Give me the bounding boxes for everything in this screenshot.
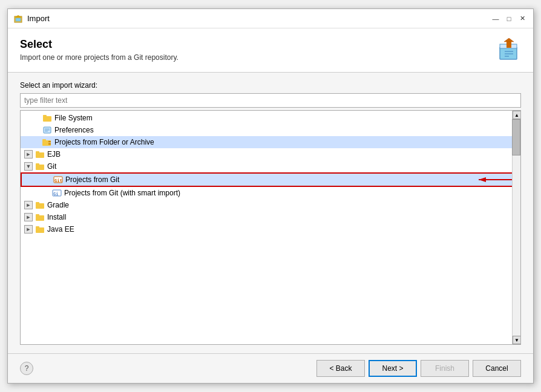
footer-buttons: < Back Next > Finish Cancel xyxy=(316,360,521,377)
maximize-button[interactable]: □ xyxy=(504,14,514,24)
close-button[interactable]: ✕ xyxy=(517,14,527,24)
item-label: Projects from Git (with smart import) xyxy=(64,189,180,197)
svg-rect-34 xyxy=(36,227,44,233)
scroll-up-button[interactable]: ▲ xyxy=(513,111,521,119)
folder-icon xyxy=(42,113,52,123)
item-label: Gradle xyxy=(47,201,69,209)
svg-rect-11 xyxy=(43,115,47,117)
svg-rect-1 xyxy=(16,18,21,21)
svg-rect-30 xyxy=(36,203,44,209)
list-item[interactable]: ▼ Git xyxy=(21,160,520,172)
expand-icon xyxy=(33,126,41,134)
svg-rect-3 xyxy=(500,47,517,59)
expand-icon xyxy=(33,138,41,146)
svg-text:Gi: Gi xyxy=(53,192,58,197)
tree-container: File System Preferences Projects xyxy=(20,110,521,345)
list-item[interactable]: Preferences xyxy=(21,124,520,136)
prefs-icon xyxy=(42,125,52,135)
list-item[interactable]: Gi Projects from Git (with smart import) xyxy=(21,187,520,199)
list-item[interactable]: Projects from Folder or Archive xyxy=(21,136,520,148)
expand-icon xyxy=(44,175,52,184)
expand-icon[interactable]: ► xyxy=(24,213,33,221)
folder-icon xyxy=(35,224,45,234)
section-label: Select an import wizard: xyxy=(20,81,521,90)
scroll-down-button[interactable]: ▼ xyxy=(513,336,521,344)
svg-rect-32 xyxy=(36,215,44,221)
scroll-thumb[interactable] xyxy=(512,119,520,155)
finish-button[interactable]: Finish xyxy=(421,360,469,377)
expand-icon xyxy=(33,114,41,122)
dialog-subtitle: Import one or more projects from a Git r… xyxy=(20,53,179,62)
item-label: Git xyxy=(47,162,56,171)
git-project-icon: Git xyxy=(53,175,63,185)
dialog-header: Select Import one or more projects from … xyxy=(8,28,533,73)
folder-archive-icon xyxy=(42,137,52,147)
list-item[interactable]: ► Install xyxy=(21,211,520,223)
svg-rect-23 xyxy=(36,163,39,165)
item-label: Preferences xyxy=(54,126,94,134)
item-label: Projects from Folder or Archive xyxy=(54,138,154,146)
svg-rect-35 xyxy=(36,226,39,228)
item-label: Java EE xyxy=(47,225,74,234)
title-bar: Import — □ ✕ xyxy=(8,9,533,28)
git-smart-icon: Gi xyxy=(52,188,62,198)
svg-rect-17 xyxy=(42,139,46,141)
import-wizard-icon xyxy=(497,38,521,62)
list-item[interactable]: ► EJB xyxy=(21,148,520,160)
expand-icon[interactable]: ► xyxy=(24,201,33,209)
svg-rect-10 xyxy=(43,116,51,122)
svg-rect-6 xyxy=(507,42,511,48)
svg-rect-22 xyxy=(36,165,44,170)
projects-from-git-item[interactable]: Git Projects from Git xyxy=(21,172,520,187)
item-label: Projects from Git xyxy=(65,175,119,184)
expand-icon xyxy=(42,189,51,197)
expand-icon[interactable]: ► xyxy=(24,150,33,158)
svg-rect-21 xyxy=(36,151,39,153)
folder-icon xyxy=(35,149,45,159)
next-button[interactable]: Next > xyxy=(369,360,417,377)
svg-text:Git: Git xyxy=(54,178,62,183)
expand-icon[interactable]: ► xyxy=(24,225,33,234)
dialog-footer: ? < Back Next > Finish Cancel xyxy=(8,353,533,383)
folder-icon xyxy=(35,162,45,171)
back-button[interactable]: < Back xyxy=(316,360,365,377)
item-label: Install xyxy=(47,213,66,221)
import-dialog: Import — □ ✕ Select Import one or more p… xyxy=(7,8,534,384)
expand-icon[interactable]: ▼ xyxy=(24,162,33,171)
item-label: File System xyxy=(54,114,93,122)
minimize-button[interactable]: — xyxy=(491,14,500,24)
help-button[interactable]: ? xyxy=(20,362,33,375)
tree-list: File System Preferences Projects xyxy=(21,111,520,344)
folder-icon xyxy=(35,212,45,222)
window-icon xyxy=(14,14,24,24)
svg-rect-31 xyxy=(36,202,39,204)
dialog-title: Select xyxy=(20,38,179,51)
item-label: EJB xyxy=(47,150,61,158)
list-item[interactable]: ► Gradle xyxy=(21,199,520,211)
svg-marker-5 xyxy=(504,38,514,42)
dialog-body: Select an import wizard: File System xyxy=(8,73,533,353)
svg-rect-20 xyxy=(36,152,44,158)
cancel-button[interactable]: Cancel xyxy=(473,360,521,377)
filter-input[interactable] xyxy=(20,93,521,108)
svg-rect-33 xyxy=(36,214,39,216)
scrollbar[interactable]: ▲ ▼ xyxy=(512,111,520,344)
folder-icon xyxy=(35,200,45,210)
window-title: Import xyxy=(27,14,50,23)
list-item[interactable]: File System xyxy=(21,112,520,124)
list-item[interactable]: ► Java EE xyxy=(21,223,520,235)
